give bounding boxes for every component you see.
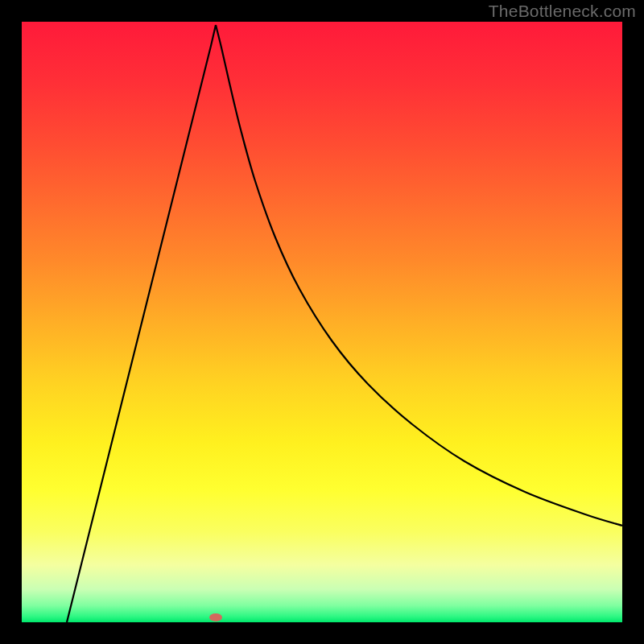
watermark-text: TheBottleneck.com <box>489 2 636 21</box>
chart-stage: TheBottleneck.com <box>0 0 644 644</box>
minimum-marker <box>209 613 222 621</box>
left-branch <box>67 25 216 622</box>
curve-layer <box>22 22 622 622</box>
plot-area <box>22 22 622 622</box>
right-branch <box>216 25 622 526</box>
